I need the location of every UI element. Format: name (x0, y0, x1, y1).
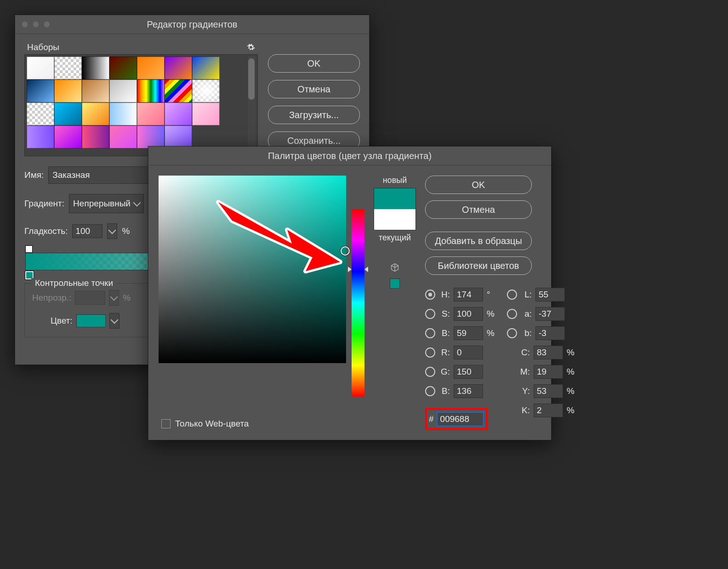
preset-swatch[interactable] (137, 80, 165, 102)
preset-swatch[interactable] (27, 102, 54, 125)
preset-swatch[interactable] (82, 125, 109, 148)
cube-icon[interactable] (390, 263, 399, 272)
preset-swatch[interactable] (82, 102, 109, 125)
preset-swatch[interactable] (109, 80, 137, 102)
smoothness-dropdown[interactable] (107, 223, 117, 239)
svg-marker-0 (218, 202, 340, 271)
preset-swatch[interactable] (165, 80, 192, 102)
h-input[interactable]: 174 (454, 288, 483, 302)
gradient-editor-titlebar[interactable]: Редактор градиентов (15, 15, 369, 34)
l-input[interactable]: 55 (535, 288, 565, 302)
preset-swatch[interactable] (192, 57, 220, 80)
radio-s[interactable] (425, 309, 435, 319)
k-input[interactable]: 2 (534, 404, 563, 417)
color-dropdown[interactable] (109, 313, 119, 329)
close-icon[interactable] (22, 21, 28, 28)
sb-picker-ring[interactable] (341, 246, 350, 256)
radio-b[interactable] (425, 328, 435, 338)
new-color-label: новый (383, 176, 407, 185)
r-input[interactable]: 0 (454, 346, 483, 359)
chevron-down-icon (110, 316, 118, 324)
load-button[interactable]: Загрузить... (268, 106, 360, 124)
ok-button[interactable]: OK (268, 54, 360, 73)
m-input[interactable]: 19 (534, 365, 563, 379)
opacity-stop[interactable] (25, 245, 33, 253)
presets-grid (27, 57, 245, 154)
opacity-unit: % (123, 293, 131, 303)
b-lab-input[interactable]: -3 (535, 326, 565, 340)
preset-swatch[interactable] (54, 102, 82, 125)
current-color-swatch[interactable] (374, 209, 415, 230)
hue-slider[interactable] (352, 209, 364, 397)
radio-a[interactable] (507, 309, 517, 319)
web-colors-checkbox[interactable] (161, 419, 171, 428)
preset-swatch[interactable] (165, 125, 192, 148)
preset-swatch[interactable] (137, 102, 165, 125)
window-controls (15, 21, 50, 28)
preset-swatch[interactable] (109, 102, 137, 125)
y-input[interactable]: 53 (534, 384, 563, 398)
chevron-down-icon (110, 293, 118, 301)
radio-r[interactable] (425, 347, 435, 358)
preset-swatch[interactable] (54, 57, 82, 80)
preset-swatch[interactable] (27, 57, 54, 80)
preset-swatch[interactable] (165, 57, 192, 80)
color-picker-titlebar[interactable]: Палитра цветов (цвет узла градиента) (148, 147, 551, 165)
s-input[interactable]: 100 (454, 307, 483, 321)
presets-label: Наборы (27, 42, 59, 52)
stops-title: Контрольные точки (31, 278, 117, 288)
preset-swatch[interactable] (137, 125, 165, 148)
b-hsb-input[interactable]: 59 (454, 326, 483, 340)
minimize-icon[interactable] (33, 21, 39, 28)
hue-pointer[interactable] (348, 267, 368, 272)
annotation-arrow-icon (200, 193, 347, 285)
add-to-swatches-button[interactable]: Добавить в образцы (425, 232, 532, 250)
c-input[interactable]: 83 (534, 346, 563, 359)
radio-l[interactable] (507, 290, 517, 300)
gradient-type-select[interactable]: Непрерывный (69, 194, 144, 213)
cancel-button[interactable]: Отмена (425, 200, 532, 219)
radio-b-lab[interactable] (507, 328, 517, 338)
a-input[interactable]: -37 (535, 307, 565, 321)
g-input[interactable]: 150 (454, 365, 483, 379)
svg-marker-1 (218, 202, 340, 271)
color-libraries-button[interactable]: Библиотеки цветов (425, 256, 532, 275)
chevron-down-icon (108, 227, 116, 234)
radio-h[interactable] (425, 290, 435, 300)
color-picker-window: Палитра цветов (цвет узла градиента) нов… (148, 146, 552, 440)
zoom-icon[interactable] (44, 21, 50, 28)
preset-swatch[interactable] (165, 102, 192, 125)
web-colors-label: Только Web-цвета (175, 419, 249, 429)
websafe-swatch[interactable] (390, 279, 400, 289)
preset-swatch[interactable] (109, 125, 137, 148)
preset-swatch[interactable] (192, 80, 220, 102)
preset-swatch[interactable] (54, 125, 82, 148)
saturation-brightness-field[interactable] (159, 176, 346, 363)
ok-button[interactable]: OK (425, 176, 532, 194)
new-color-swatch[interactable] (374, 188, 415, 209)
preset-swatch[interactable] (192, 102, 220, 125)
preset-swatch[interactable] (137, 57, 165, 80)
preset-swatch[interactable] (82, 57, 109, 80)
radio-b-rgb[interactable] (425, 386, 435, 396)
hex-highlight: # 009688 (425, 408, 488, 430)
smoothness-label: Гладкость: (24, 226, 68, 236)
hex-input[interactable]: 009688 (437, 412, 484, 427)
preset-swatch[interactable] (27, 125, 54, 148)
cancel-button[interactable]: Отмена (268, 80, 360, 98)
preset-swatch[interactable] (109, 57, 137, 80)
preset-swatch[interactable] (27, 80, 54, 102)
opacity-input (75, 291, 105, 305)
presets-scrollbar[interactable] (247, 57, 256, 154)
smoothness-input[interactable]: 100 (72, 224, 102, 238)
gear-icon[interactable] (247, 43, 255, 51)
color-picker-title: Палитра цветов (цвет узла градиента) (148, 151, 551, 161)
preset-swatch[interactable] (82, 80, 109, 102)
radio-g[interactable] (425, 367, 435, 377)
hex-label: # (429, 414, 434, 424)
b-rgb-input[interactable]: 136 (454, 384, 483, 398)
opacity-dropdown (109, 290, 119, 306)
preset-swatch[interactable] (54, 80, 82, 102)
stop-color-well[interactable] (76, 314, 106, 327)
current-color-label: текущий (379, 233, 411, 243)
